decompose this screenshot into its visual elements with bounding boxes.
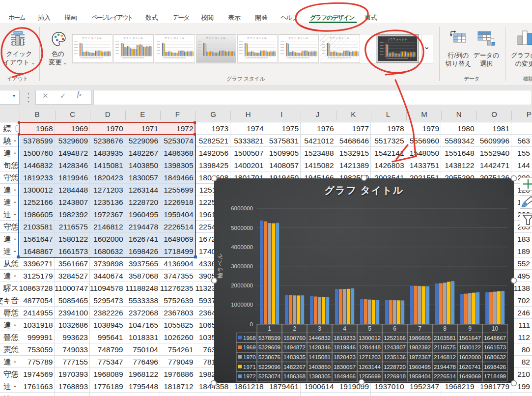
svg-text:3: 3 (318, 325, 321, 332)
svg-text:1300012: 1300012 (359, 335, 381, 341)
svg-text:グラフ タイトル: グラフ タイトル (123, 36, 143, 39)
svg-text:1226918: 1226918 (384, 373, 406, 379)
svg-text:1849466: 1849466 (334, 373, 356, 379)
svg-text:1959404: 1959404 (409, 373, 431, 379)
svg-text:5253074: 5253074 (258, 373, 281, 379)
svg-text:1284448: 1284448 (359, 344, 381, 350)
svg-text:1960495: 1960495 (409, 364, 431, 370)
svg-text:2116575: 2116575 (434, 344, 455, 350)
svg-text:1698426: 1698426 (484, 364, 506, 370)
svg-text:1446832: 1446832 (308, 335, 331, 341)
svg-text:1243807: 1243807 (384, 344, 406, 350)
svg-text:1561647: 1561647 (459, 335, 481, 341)
svg-text:1969: 1969 (243, 344, 256, 350)
svg-text:1649069: 1649069 (459, 373, 481, 379)
svg-text:1: 1 (268, 325, 271, 332)
svg-text:1228720: 1228720 (384, 364, 406, 370)
svg-text:グラフ タイトル: グラフ タイトル (206, 36, 226, 39)
svg-text:2226514: 2226514 (434, 373, 456, 379)
svg-text:9: 9 (468, 325, 472, 332)
svg-text:1820423: 1820423 (334, 354, 356, 360)
svg-text:グラフ タイトル: グラフ タイトル (388, 38, 407, 41)
svg-text:1970: 1970 (243, 354, 256, 360)
svg-text:1398305: 1398305 (308, 373, 331, 379)
svg-text:8: 8 (443, 325, 447, 332)
svg-text:5: 5 (368, 325, 371, 332)
svg-text:1000000: 1000000 (231, 302, 253, 308)
svg-text:1819233: 1819233 (334, 335, 356, 341)
svg-text:5000000: 5000000 (231, 225, 253, 231)
svg-text:グラフ タイトル: グラフ タイトル (165, 36, 185, 39)
svg-text:1403850: 1403850 (308, 364, 331, 370)
svg-text:5229096: 5229096 (258, 364, 280, 370)
svg-text:1680632: 1680632 (484, 354, 506, 360)
svg-text:1235136: 1235136 (384, 354, 406, 360)
svg-text:1428346: 1428346 (308, 344, 331, 350)
svg-text:1255699: 1255699 (359, 373, 381, 379)
svg-text:4: 4 (343, 325, 346, 332)
svg-text:1982392: 1982392 (409, 344, 431, 350)
svg-text:1972: 1972 (243, 373, 256, 379)
svg-text:1648867: 1648867 (484, 335, 506, 341)
svg-text:1500760: 1500760 (283, 335, 306, 341)
svg-text:1830057: 1830057 (334, 364, 356, 370)
svg-text:6000000: 6000000 (231, 205, 253, 211)
svg-text:1626741: 1626741 (459, 364, 481, 370)
svg-text:5238676: 5238676 (258, 354, 280, 360)
svg-text:2194478: 2194478 (434, 364, 456, 370)
svg-text:1819946: 1819946 (334, 344, 356, 350)
svg-text:3000000: 3000000 (231, 263, 253, 269)
svg-text:10: 10 (492, 325, 499, 332)
svg-text:4000000: 4000000 (231, 244, 253, 250)
svg-text:グラフ タイトル: グラフ タイトル (82, 36, 102, 39)
svg-text:1483935: 1483935 (283, 354, 306, 360)
svg-text:1718499: 1718499 (484, 373, 506, 379)
svg-text:2103581: 2103581 (434, 335, 456, 341)
svg-text:1968: 1968 (243, 335, 256, 341)
svg-text:1263144: 1263144 (359, 364, 381, 370)
svg-text:6: 6 (393, 325, 396, 332)
svg-text:0: 0 (250, 321, 253, 327)
svg-text:グラフ タイトル: グラフ タイトル (288, 36, 308, 39)
svg-text:5378599: 5378599 (258, 335, 280, 341)
svg-text:軸ラベル: 軸ラベル (217, 254, 223, 279)
svg-text:グラフ タイトル: グラフ タイトル (325, 185, 404, 196)
svg-text:1482267: 1482267 (283, 364, 306, 370)
svg-text:1661573: 1661573 (484, 344, 506, 350)
svg-text:1986605: 1986605 (409, 335, 431, 341)
svg-text:1580122: 1580122 (459, 344, 481, 350)
svg-text:1271203: 1271203 (359, 354, 381, 360)
svg-text:1252166: 1252166 (384, 335, 406, 341)
svg-text:2: 2 (293, 325, 296, 332)
svg-text:2000000: 2000000 (231, 283, 253, 288)
svg-text:1972367: 1972367 (409, 354, 431, 360)
svg-text:1415081: 1415081 (308, 354, 331, 360)
svg-text:5329609: 5329609 (258, 344, 280, 350)
svg-text:2146812: 2146812 (434, 354, 456, 360)
svg-text:1971: 1971 (243, 364, 256, 370)
svg-text:グラフ タイトル: グラフ タイトル (330, 36, 350, 39)
svg-text:1486368: 1486368 (283, 373, 306, 379)
svg-text:1602000: 1602000 (459, 354, 481, 360)
svg-text:7: 7 (418, 325, 421, 332)
svg-text:1494872: 1494872 (283, 344, 306, 350)
svg-text:グラフ タイトル: グラフ タイトル (247, 36, 267, 39)
